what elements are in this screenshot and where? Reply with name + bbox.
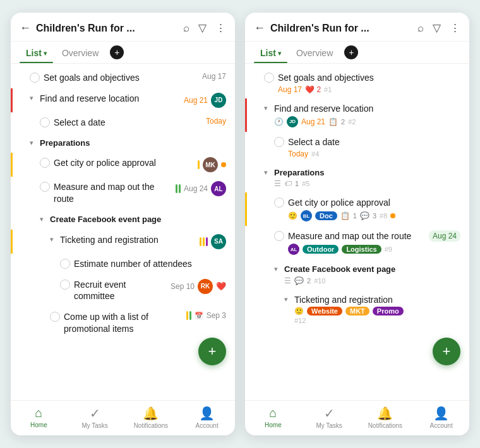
right-bottom-nav: ⌂ Home ✓ My Tasks 🔔 Notifications 👤 Acco… [245, 400, 469, 435]
bell-icon: 🔔 [377, 406, 393, 421]
nav-home[interactable]: ⌂ Home [11, 406, 67, 429]
task-content: Get city or police approval 🙂 BL Doc 📋 1… [288, 197, 460, 221]
task-item[interactable]: ▾ Ticketing and registration 🙂 Website M… [245, 290, 469, 329]
task-item[interactable]: ▾ Ticketing and registration SA [11, 230, 235, 254]
task-item[interactable]: Set goals and objectives Aug 17 [11, 68, 235, 88]
task-item[interactable]: Estimate number of attendees [11, 254, 235, 274]
task-collapse-arrow[interactable]: ▾ [264, 168, 270, 177]
nav-home-label: Home [265, 421, 282, 428]
task-content: Get city or police approval [54, 157, 194, 169]
task-section-item[interactable]: ▾ Preparations ☰ 🏷 1 #5 [245, 163, 469, 193]
task-item[interactable]: Get city or police approval MK [11, 153, 235, 177]
smiley2-icon: 🙂 [294, 307, 304, 315]
promo-tag: Promo [373, 307, 404, 315]
task-checkbox[interactable] [274, 197, 284, 208]
comment-icon2: 💬 [294, 276, 304, 285]
task-checkbox[interactable] [40, 182, 50, 192]
task-item[interactable]: Measure and map out the route AL Outdoor… [245, 226, 469, 259]
right-nav-notifications[interactable]: 🔔 Notifications [357, 406, 414, 429]
right-header: ← Children's Run for ... ⌕ ▽ ⋮ [245, 13, 469, 42]
clock-icon: 🕐 [274, 117, 284, 126]
nav-account[interactable]: 👤 Account [179, 406, 235, 429]
left-add-tab-button[interactable]: + [110, 45, 124, 59]
right-fab-add-button[interactable]: + [433, 338, 460, 365]
task-item[interactable]: Recruit event committee Sep 10 RK ❤️ [11, 274, 235, 307]
task-collapse-arrow[interactable]: ▾ [30, 139, 36, 147]
task-item[interactable]: ▾ Find and reserve location Aug 21 JD [11, 88, 235, 112]
task-id: #2 [348, 118, 356, 126]
task-item[interactable]: Set goals and objectives Aug 17 ❤️ 2 #1 [245, 68, 469, 98]
task-collapse-arrow[interactable]: ▾ [264, 104, 270, 112]
smiley-icon: 🙂 [288, 211, 297, 220]
task-checkbox[interactable] [30, 73, 40, 83]
task-item[interactable]: ▾ Find and reserve location 🕐 JD Aug 21 … [245, 98, 469, 132]
right-filter-icon[interactable]: ▽ [433, 21, 441, 35]
task-checkbox[interactable] [60, 280, 70, 290]
nav-tasks[interactable]: ✓ My Tasks [67, 406, 123, 429]
right-back-button[interactable]: ← [254, 21, 265, 35]
right-more-icon[interactable]: ⋮ [450, 21, 460, 35]
calendar-icon: 📅 [195, 312, 203, 320]
task-checkbox[interactable] [264, 73, 274, 83]
left-more-icon[interactable]: ⋮ [215, 21, 226, 35]
task-right: Aug 17 [202, 72, 226, 81]
task-collapse-arrow[interactable]: ▾ [30, 94, 36, 102]
task-name: Select a date [288, 136, 460, 148]
mkt-tag: MKT [345, 307, 369, 315]
task-item[interactable]: Get city or police approval 🙂 BL Doc 📋 1… [245, 192, 469, 226]
task-id: #1 [324, 86, 332, 93]
list-icon: ☰ [274, 179, 281, 188]
avatar: AL [211, 181, 226, 196]
task-right: Aug 21 JD [184, 93, 226, 108]
section-label: Preparations [40, 138, 226, 149]
section-label: Preparations [274, 167, 460, 179]
task-collapse-arrow[interactable]: ▾ [274, 265, 280, 273]
right-header-icons: ⌕ ▽ ⋮ [417, 21, 460, 35]
right-nav-tasks[interactable]: ✓ My Tasks [301, 406, 357, 429]
task-checkbox[interactable] [274, 231, 284, 241]
meta-count: 1 [295, 180, 299, 187]
task-item[interactable]: Measure and map out the route Aug 24 AL [11, 177, 235, 209]
heart-icon: ❤️ [216, 281, 226, 291]
progress-bar [176, 184, 181, 193]
task-checkbox[interactable] [40, 117, 50, 127]
task-content: Ticketing and registration [60, 234, 196, 246]
status-dot [221, 162, 226, 167]
right-tab-overview[interactable]: Overview [290, 42, 339, 63]
tag-icon: 🏷 [284, 179, 292, 188]
left-search-icon[interactable]: ⌕ [183, 22, 189, 35]
right-nav-account[interactable]: 👤 Account [413, 406, 469, 429]
left-tab-overview[interactable]: Overview [56, 42, 105, 63]
task-section-item[interactable]: ▾ Preparations [11, 133, 235, 153]
task-content: Preparations [40, 138, 226, 149]
avatar: JD [211, 93, 226, 108]
task-checkbox[interactable] [50, 312, 60, 322]
task-right: SA [200, 234, 226, 249]
right-nav-home[interactable]: ⌂ Home [245, 406, 301, 429]
right-add-tab-button[interactable]: + [344, 45, 358, 59]
task-collapse-arrow[interactable]: ▾ [284, 295, 291, 304]
left-title: Children's Run for ... [36, 23, 178, 34]
task-checkbox[interactable] [274, 137, 284, 147]
task-collapse-arrow[interactable]: ▾ [50, 235, 56, 244]
left-tab-list[interactable]: List ▾ [20, 42, 53, 63]
left-filter-icon[interactable]: ▽ [198, 21, 207, 35]
fab-add-button[interactable]: + [198, 338, 226, 365]
task-checkbox[interactable] [60, 259, 70, 269]
left-back-button[interactable]: ← [20, 21, 31, 35]
task-collapse-arrow[interactable]: ▾ [40, 215, 46, 223]
right-search-icon[interactable]: ⌕ [417, 22, 424, 35]
task-content: Select a date Today #4 [288, 136, 460, 158]
heart-count: ❤️ 2 [305, 85, 321, 94]
nav-account-label: Account [430, 422, 453, 429]
task-checkbox[interactable] [40, 158, 50, 168]
nav-notifications[interactable]: 🔔 Notifications [123, 406, 179, 429]
task-item[interactable]: Come up with a list of promotional items… [11, 307, 235, 339]
task-item[interactable]: Select a date Today #4 [245, 132, 469, 163]
task-section-item[interactable]: ▾ Create Facebook event page [11, 209, 235, 230]
task-item[interactable]: Select a date Today [11, 112, 235, 133]
right-tab-list[interactable]: List ▾ [254, 42, 287, 63]
task-right: Sep 10 RK ❤️ [171, 279, 226, 294]
task-section-item[interactable]: ▾ Create Facebook event page ☰ 💬 2 #10 [245, 259, 469, 290]
avatar: BL [301, 210, 312, 221]
